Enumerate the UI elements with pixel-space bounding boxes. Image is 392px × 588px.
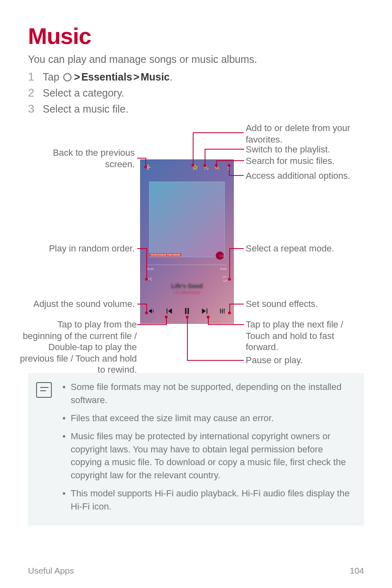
step1-path1: Essentials (81, 71, 132, 83)
elapsed-time: 0:01 (148, 267, 154, 271)
callout-volume: Adjust the sound volume. (28, 298, 135, 310)
page-title: Music (28, 23, 364, 49)
svg-point-3 (228, 168, 229, 170)
note-box: Some file formats may not be supported, … (28, 373, 364, 526)
song-title: Life's Good (140, 283, 234, 289)
note-icon (36, 382, 52, 398)
intro-text: You can play and manage songs or music a… (28, 53, 364, 65)
volume-icon[interactable] (147, 307, 156, 316)
callout-previous: Tap to play from the beginning of the cu… (18, 319, 137, 376)
home-circle-icon (63, 73, 71, 81)
callout-effects: Set sound effects. (246, 298, 365, 310)
steps-list: Tap >Essentials>Music. Select a category… (28, 71, 364, 115)
album-art (149, 182, 225, 257)
step-1: Tap >Essentials>Music. (28, 71, 364, 83)
note-item: Some file formats may not be supported, … (62, 380, 356, 407)
svg-rect-4 (185, 308, 186, 314)
callout-search: Search for music files. (246, 155, 365, 167)
step1-pre: Tap (43, 71, 62, 83)
sound-effects-icon[interactable] (218, 307, 227, 316)
callout-pause: Pause or play. (246, 355, 365, 366)
note-list: Some file formats may not be supported, … (62, 380, 356, 518)
step-3: Select a music file. (28, 103, 364, 115)
callout-next: Tap to play the next file / Touch and ho… (246, 319, 365, 353)
callout-back-screen: Back to the previous screen. (28, 147, 135, 170)
note-item: Files that exceed the size limit may cau… (62, 412, 356, 425)
now-playing-tag: NOW DANCE THE DRIVE (149, 253, 182, 256)
repeat-icon[interactable] (221, 276, 228, 282)
svg-point-2 (228, 167, 229, 168)
next-track-icon[interactable] (200, 306, 210, 316)
callout-repeat: Select a repeat mode. (246, 243, 365, 254)
step1-post: . (170, 71, 173, 83)
callout-playlist: Switch to the playlist. (246, 144, 365, 155)
music-player-screenshot: NOW DANCE THE DRIVE 0:01 2:23 Life's Goo… (140, 159, 234, 324)
footer-page-number: 104 (350, 566, 364, 576)
song-artist: LG Electronics (140, 290, 234, 295)
svg-rect-5 (187, 308, 189, 314)
step-2: Select a category. (28, 87, 364, 99)
total-time: 2:23 (220, 267, 226, 271)
note-item: Music files may be protected by internat… (62, 430, 356, 482)
callout-options: Access additional options. (246, 170, 365, 182)
annotated-screenshot: NOW DANCE THE DRIVE 0:01 2:23 Life's Goo… (28, 122, 364, 365)
pause-play-icon[interactable] (182, 306, 192, 316)
callout-shuffle: Play in random order. (28, 243, 135, 254)
previous-track-icon[interactable] (164, 306, 174, 316)
note-item: This model supports Hi-Fi audio playback… (62, 487, 356, 513)
playback-timeline[interactable] (148, 265, 226, 265)
step1-path2: Music (141, 71, 170, 83)
footer-section: Useful Apps (28, 566, 74, 576)
page-footer: Useful Apps 104 (28, 566, 364, 576)
callout-favorites: Add to or delete from your favorites. (246, 122, 365, 145)
lg-logo-icon (216, 251, 224, 260)
